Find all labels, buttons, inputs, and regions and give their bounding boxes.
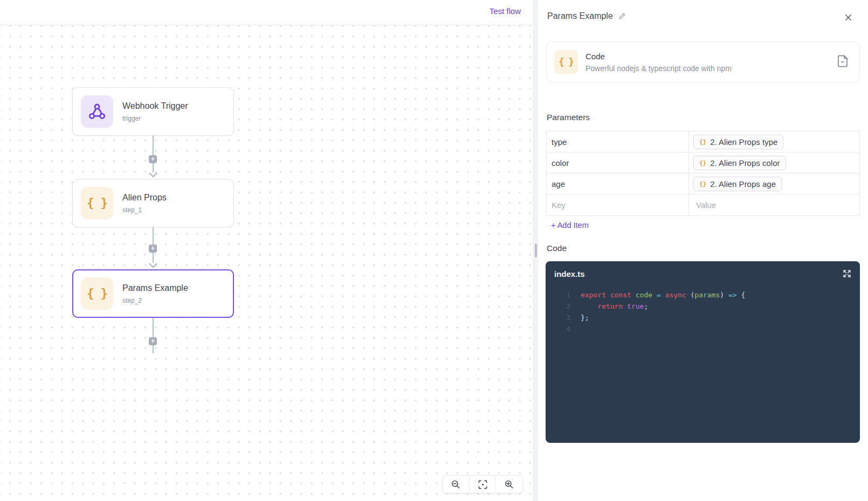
- parameters-table: {} 2. Alien Props type {} 2. Alien Props…: [546, 131, 860, 216]
- zoom-in-icon: [504, 479, 514, 490]
- flow-node-alien-props[interactable]: { } Alien Props step_1: [72, 179, 234, 227]
- panel-gutter: [534, 0, 538, 501]
- variable-chip[interactable]: {} 2. Alien Props type: [693, 135, 783, 149]
- parameter-value-cell: {} 2. Alien Props age: [688, 173, 859, 194]
- canvas-topbar: Test flow: [0, 0, 533, 25]
- flow-node-params-example[interactable]: { } Params Example step_2: [72, 269, 234, 318]
- zoom-out-icon: [451, 479, 461, 490]
- parameter-row: {} 2. Alien Props color: [547, 152, 859, 173]
- code-braces-icon: {}: [699, 159, 706, 166]
- node-title: Params Example: [122, 283, 188, 293]
- node-subtitle: step_1: [122, 206, 167, 214]
- close-icon: [844, 13, 853, 22]
- panel-resize-handle[interactable]: [535, 243, 537, 258]
- parameter-row: {} 2. Alien Props age: [547, 173, 859, 194]
- add-step-button[interactable]: +: [149, 245, 157, 253]
- webhook-icon: [81, 95, 113, 128]
- code-line: 1export const code = async (params) => {: [546, 289, 860, 301]
- zoom-in-button[interactable]: [495, 476, 522, 493]
- piece-name: Code: [585, 52, 732, 61]
- code-braces-icon: {}: [699, 138, 706, 145]
- docs-button[interactable]: [837, 54, 849, 70]
- panel-title: Params Example: [547, 11, 613, 21]
- code-braces-icon: { }: [554, 50, 578, 74]
- line-number: 3: [546, 312, 581, 323]
- parameter-key-cell: [547, 131, 688, 152]
- parameter-row: {} 2. Alien Props type: [547, 131, 859, 152]
- node-subtitle: trigger: [122, 115, 188, 122]
- code-editor[interactable]: index.ts 1export const code = async (par…: [546, 261, 860, 443]
- code-label: Code: [547, 243, 567, 253]
- code-line: 3};: [546, 312, 860, 323]
- rename-step-button[interactable]: [618, 12, 626, 20]
- parameter-value-cell: {} 2. Alien Props type: [688, 131, 859, 152]
- arrow-down-icon: [149, 172, 157, 178]
- expand-editor-button[interactable]: [842, 269, 852, 279]
- parameter-value-cell: [688, 194, 859, 215]
- step-settings-panel: Params Example { } Code Powerful nodejs …: [538, 0, 868, 501]
- code-line: 2 return true;: [546, 301, 860, 312]
- node-subtitle: step_2: [122, 297, 188, 304]
- flow-node-webhook-trigger[interactable]: Webhook Trigger trigger: [72, 87, 234, 136]
- piece-description: Powerful nodejs & typescript code with n…: [585, 64, 732, 73]
- panel-header: Params Example: [547, 11, 626, 21]
- parameter-row-empty: [547, 194, 859, 215]
- code-line: 4: [546, 323, 860, 335]
- line-number: 1: [546, 289, 581, 301]
- code-braces-icon: { }: [81, 277, 113, 310]
- zoom-out-button[interactable]: [443, 476, 469, 493]
- piece-text: Code Powerful nodejs & typescript code w…: [585, 52, 732, 73]
- parameter-key-input[interactable]: [547, 194, 688, 215]
- canvas-zoom-toolbar: [442, 475, 523, 493]
- parameter-key-input[interactable]: [547, 173, 688, 194]
- chip-label: 2. Alien Props age: [710, 179, 776, 189]
- edge-line: [153, 318, 154, 353]
- line-number: 2: [546, 301, 581, 312]
- piece-info-card: { } Code Powerful nodejs & typescript co…: [546, 41, 860, 82]
- node-text: Alien Props step_1: [122, 193, 167, 214]
- chip-label: 2. Alien Props type: [710, 137, 777, 147]
- close-panel-button[interactable]: [844, 13, 853, 22]
- code-braces-icon: {}: [699, 180, 706, 187]
- edge-line: [153, 136, 154, 172]
- node-text: Webhook Trigger trigger: [122, 101, 188, 122]
- parameter-key-cell: [547, 173, 688, 194]
- code-braces-icon: { }: [81, 187, 113, 219]
- fit-view-button[interactable]: [469, 476, 496, 493]
- add-item-button[interactable]: + Add Item: [551, 221, 589, 229]
- test-flow-button[interactable]: Test flow: [490, 6, 521, 16]
- pencil-icon: [618, 12, 626, 20]
- parameter-key-input[interactable]: [547, 152, 688, 173]
- parameter-key-cell: [547, 194, 688, 215]
- variable-chip[interactable]: {} 2. Alien Props color: [693, 156, 786, 170]
- parameter-key-input[interactable]: [547, 131, 688, 152]
- add-step-button[interactable]: +: [149, 337, 157, 345]
- parameter-key-cell: [547, 152, 688, 173]
- editor-header: index.ts: [546, 261, 860, 286]
- arrow-down-icon: [149, 263, 157, 268]
- expand-icon: [842, 269, 852, 279]
- parameters-label: Parameters: [547, 113, 590, 122]
- editor-filename: index.ts: [554, 269, 585, 279]
- node-title: Webhook Trigger: [122, 101, 188, 111]
- node-text: Params Example step_2: [122, 283, 188, 304]
- variable-chip[interactable]: {} 2. Alien Props age: [693, 177, 782, 191]
- flow-canvas[interactable]: Test flow Webhook Trigger trigger +: [0, 0, 534, 501]
- editor-body[interactable]: 1export const code = async (params) => {…: [546, 286, 860, 335]
- add-step-button[interactable]: +: [149, 155, 157, 163]
- line-number: 4: [546, 323, 581, 335]
- fit-view-icon: [478, 479, 488, 490]
- chip-label: 2. Alien Props color: [710, 158, 780, 168]
- node-title: Alien Props: [122, 193, 167, 203]
- parameter-value-input[interactable]: [693, 194, 859, 215]
- flow-builder-app: Test flow Webhook Trigger trigger +: [0, 0, 868, 501]
- document-icon: [837, 54, 849, 68]
- parameter-value-cell: {} 2. Alien Props color: [688, 152, 859, 173]
